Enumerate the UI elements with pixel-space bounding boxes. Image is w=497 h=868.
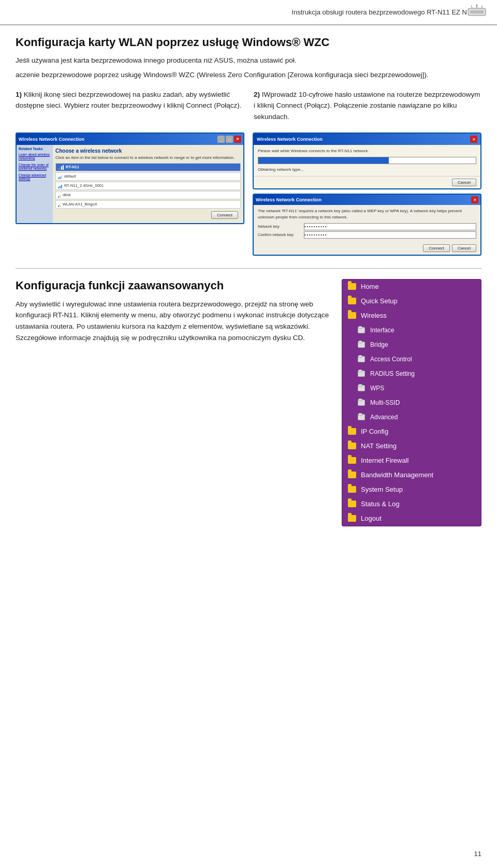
subfolder-icon-interface (357, 326, 366, 334)
router-icon (467, 4, 487, 20)
step2-col: 2) IWprowadź 10-cyfrowe hasło ustawione … (254, 89, 481, 123)
menu-item-interface[interactable]: Interface (342, 323, 481, 337)
menu-box: Home Quick Setup Wireless (342, 279, 481, 526)
maximize-button[interactable]: □ (226, 136, 233, 143)
step1-text: 1) Kliknij ikonę sieci bezprzewodowej na… (16, 89, 243, 111)
menu-item-statuslog[interactable]: Status & Log (342, 497, 481, 511)
menu-item-natsetting[interactable]: NAT Setting (342, 439, 481, 453)
network-item-2[interactable]: RT-N11_2.4GHz_0001 (55, 182, 241, 190)
section2: Konfiguracja funkcji zaawansowanych Aby … (16, 279, 481, 526)
key-field1-input[interactable] (304, 223, 476, 230)
section2-layout: Konfiguracja funkcji zaawansowanych Aby … (16, 279, 481, 526)
connecting-dialog: Wireless Network Connection ✕ Please wai… (253, 133, 481, 189)
signal-icon-4 (58, 202, 61, 207)
wnc-win-buttons: _ □ ✕ (217, 136, 241, 143)
menu-label-systemsetup: System Setup (361, 486, 403, 493)
section2-right: Home Quick Setup Wireless (342, 279, 481, 526)
menu-item-bridge[interactable]: Bridge (342, 337, 481, 352)
menu-item-wps[interactable]: WPS (342, 381, 481, 395)
wnc-sidebar-item-2[interactable]: Change the order of preferred networks (19, 163, 51, 171)
menu-item-systemsetup[interactable]: System Setup (342, 482, 481, 497)
header-title: Instrukcja obsługi routera bezprzewodowe… (239, 8, 467, 16)
cancel-button[interactable]: Cancel (452, 179, 476, 186)
folder-icon-wireless (347, 312, 357, 320)
section2-left: Konfiguracja funkcji zaawansowanych Aby … (16, 279, 329, 347)
minimize-button[interactable]: _ (217, 136, 225, 143)
svg-line-4 (471, 5, 472, 8)
menu-item-accesscontrol[interactable]: Access Control (342, 352, 481, 366)
network-item-4[interactable]: WLAN-AX1_BingoX (55, 200, 241, 209)
subfolder-icon-advanced (357, 413, 366, 421)
progress-bar (258, 157, 389, 164)
connect-button[interactable]: Connect (211, 211, 238, 219)
dialog-title: Wireless Network Connection (257, 137, 323, 142)
menu-item-radius[interactable]: RADIUS Setting (342, 366, 481, 381)
section1: Konfiguracja karty WLAN poprzez usługę W… (16, 36, 481, 256)
folder-icon-home (347, 283, 357, 291)
wnc-choose-header: Choose a wireless network (55, 148, 241, 154)
key-cancel-button[interactable]: Cancel (452, 244, 476, 252)
page-header: Instrukcja obsługi routera bezprzewodowe… (0, 0, 497, 25)
connect-btn-row: Connect (55, 210, 241, 220)
key-dialog-close-icon[interactable]: ✕ (471, 196, 478, 203)
dialog-close-icon[interactable]: ✕ (470, 136, 477, 143)
step2-num: 2) (254, 91, 260, 98)
folder-icon-logout (347, 514, 357, 523)
wnc-sidebar: Related Tasks Learn about wireless netwo… (17, 145, 53, 223)
signal-icon-0 (58, 165, 64, 170)
wnc-sidebar-item-1[interactable]: Learn about wireless networking (19, 152, 51, 160)
key-field2-row: Confirm network key: (258, 231, 476, 239)
signal-icon-3 (58, 193, 61, 198)
folder-icon-bandwidth (347, 471, 357, 479)
folder-icon-statuslog (347, 500, 357, 508)
menu-label-home: Home (361, 283, 379, 290)
subfolder-icon-wps (357, 384, 366, 392)
close-button[interactable]: ✕ (234, 136, 241, 143)
wnc-body: Related Tasks Learn about wireless netwo… (17, 145, 243, 223)
menu-item-logout[interactable]: Logout (342, 511, 481, 526)
folder-icon-quicksetup (347, 297, 357, 305)
key-field2-label: Confirm network key: (258, 232, 302, 237)
key-connect-button[interactable]: Connect (423, 244, 450, 252)
key-dialog-title: Wireless Network Connection (256, 197, 321, 202)
dialog-footer: Cancel (254, 176, 480, 188)
menu-item-home[interactable]: Home (342, 279, 481, 294)
menu-item-multissid[interactable]: Multi-SSID (342, 395, 481, 410)
menu-label-statuslog: Status & Log (361, 500, 399, 508)
menu-label-bandwidth: Bandwidth Management (361, 471, 433, 479)
network-item-0[interactable]: RT-N11 (55, 163, 241, 171)
folder-icon-firewall (347, 457, 357, 465)
menu-label-interface: Interface (370, 327, 394, 334)
screenshot-left: Wireless Network Connection _ □ ✕ Relate… (16, 133, 244, 256)
network-name-2: RT-N11_2.4GHz_0001 (64, 183, 104, 188)
menu-label-wireless: Wireless (361, 312, 387, 319)
menu-item-bandwidth[interactable]: Bandwidth Management (342, 468, 481, 482)
menu-item-quicksetup[interactable]: Quick Setup (342, 294, 481, 308)
key-field1-row: Network key: (258, 223, 476, 230)
progress-bar-container (258, 157, 476, 164)
menu-item-advanced[interactable]: Advanced (342, 410, 481, 424)
folder-icon-systemsetup (347, 486, 357, 494)
menu-label-natsetting: NAT Setting (361, 442, 397, 450)
menu-item-firewall[interactable]: Internet Firewall (342, 453, 481, 468)
wnc-sidebar-item-3[interactable]: Change advanced settings (19, 173, 51, 181)
folder-icon-natsetting (347, 442, 357, 450)
key-field2-input[interactable] (304, 231, 476, 239)
subfolder-icon-accesscontrol (357, 355, 366, 363)
dialog-body: Please wait while Windows connects to th… (254, 145, 480, 176)
step1-num: 1) (16, 91, 22, 98)
svg-rect-1 (470, 10, 484, 13)
menu-item-wireless[interactable]: Wireless (342, 308, 481, 323)
menu-label-wps: WPS (370, 385, 384, 392)
network-item-3[interactable]: dlink (55, 191, 241, 199)
menu-item-ipconfig[interactable]: IP Config (342, 424, 481, 439)
page-number: 11 (474, 850, 481, 858)
progress-label: Obtaining network type... (258, 167, 476, 172)
step2-text: 2) IWprowadź 10-cyfrowe hasło ustawione … (254, 89, 481, 123)
step1-content: Kliknij ikonę sieci bezprzewodowej na pa… (16, 91, 242, 110)
network-item-1[interactable]: default (55, 172, 241, 181)
signal-icon-1 (58, 174, 62, 179)
section-divider (16, 268, 481, 269)
step2-content: IWprowadź 10-cyfrowe hasło ustawione na … (254, 91, 480, 121)
menu-label-logout: Logout (361, 514, 382, 522)
